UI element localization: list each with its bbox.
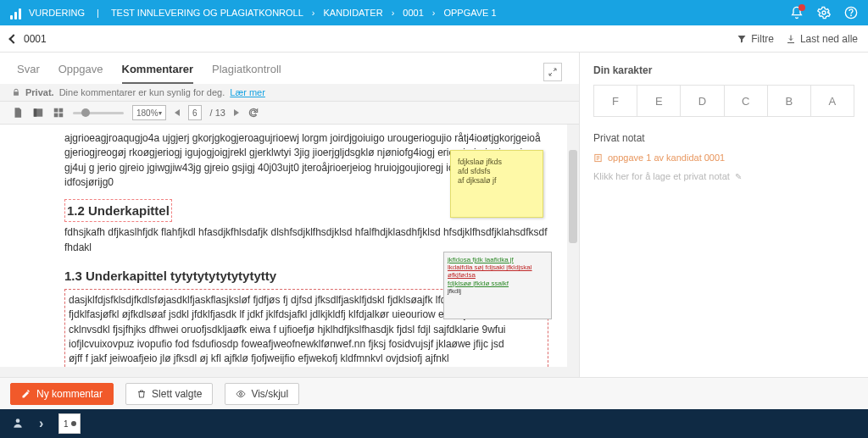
lock-icon: [12, 88, 20, 97]
eye-icon: [236, 389, 246, 399]
svg-rect-7: [54, 114, 58, 118]
notifications-icon[interactable]: [790, 6, 804, 19]
grade-F[interactable]: F: [594, 86, 637, 116]
pencil-icon: ✎: [735, 172, 742, 181]
edit-icon: [21, 389, 31, 399]
next-candidate-button[interactable]: ›: [39, 416, 43, 431]
page-icon[interactable]: [12, 107, 24, 119]
grade-B[interactable]: B: [768, 86, 811, 116]
delete-selected-button[interactable]: Slett valgte: [125, 383, 213, 405]
tabs: Svar Oppgave Kommentarer Plagiatkontroll: [0, 53, 579, 84]
download-all-button[interactable]: Last ned alle: [786, 33, 858, 45]
svg-point-0: [822, 11, 826, 14]
new-comment-button[interactable]: Ny kommentar: [10, 383, 114, 405]
settings-icon[interactable]: [817, 6, 831, 19]
breadcrumb: VURDERING | TEST INNLEVERING OG PLAGIATK…: [10, 6, 497, 19]
sub-header: 0001 Filtre Last ned alle: [0, 25, 868, 53]
grade-E[interactable]: E: [637, 86, 681, 116]
privacy-notice: Privat. Dine kommentarer er kun synlig f…: [0, 84, 579, 101]
grid-icon[interactable]: [53, 107, 64, 119]
toggle-visibility-button[interactable]: Vis/skjul: [225, 383, 299, 405]
topbar: VURDERING | TEST INNLEVERING OG PLAGIATK…: [0, 0, 868, 25]
side-panel: Din karakter F E D C B A Privat notat op…: [580, 53, 868, 377]
filter-button[interactable]: Filtre: [737, 33, 774, 45]
page-total: / 13: [210, 108, 225, 118]
notice-prefix: Privat.: [25, 87, 54, 97]
next-page-button[interactable]: [234, 109, 239, 116]
notice-learn-more-link[interactable]: Lær mer: [230, 87, 265, 97]
document-viewer: ajgrioeagjroaqugjo4a ujgjerj gkorjgkogje…: [0, 125, 579, 377]
download-icon: [786, 34, 796, 44]
zoom-slider[interactable]: [73, 112, 124, 114]
prev-page-button[interactable]: [175, 109, 180, 116]
svg-point-2: [851, 15, 852, 16]
grade-A[interactable]: A: [811, 86, 854, 116]
crumb-3[interactable]: 0001: [403, 8, 423, 18]
svg-rect-5: [54, 108, 58, 113]
page-input[interactable]: 6: [188, 105, 202, 120]
grade-title: Din karakter: [593, 64, 854, 76]
page-thumbnail[interactable]: 1: [58, 413, 81, 434]
expand-button[interactable]: [543, 63, 562, 81]
comment-card[interactable]: jkfidosa fjdk laafidka jf lkdaifdla søj …: [443, 252, 552, 319]
help-icon[interactable]: [844, 6, 858, 19]
refresh-icon[interactable]: [248, 107, 259, 119]
note-icon: [593, 153, 603, 163]
grade-selector: F E D C B A: [593, 85, 854, 117]
comment-action-bar: Ny kommentar Slett valgte Vis/skjul: [0, 377, 868, 409]
crumb-4[interactable]: OPPGAVE 1: [443, 8, 496, 18]
tab-oppgave[interactable]: Oppgave: [58, 63, 103, 84]
tab-plagiatkontroll[interactable]: Plagiatkontroll: [212, 63, 281, 84]
doc-paragraph: fdhsjkafh dfjkaslhfjdk flahfjkdl hfasdjk…: [64, 225, 548, 255]
zoom-input[interactable]: 180%▾: [132, 105, 166, 120]
vertical-scrollbar[interactable]: [567, 125, 579, 377]
horizontal-scrollbar[interactable]: [0, 367, 567, 377]
svg-rect-4: [34, 108, 37, 116]
app-name: VURDERING: [29, 8, 85, 18]
tab-kommentarer[interactable]: Kommentarer: [122, 63, 194, 84]
heading-1-2: 1.2 Underkapittel: [64, 199, 172, 223]
notice-text: Dine kommentarer er kun synlig for deg.: [59, 87, 225, 97]
grade-D[interactable]: D: [681, 86, 724, 116]
trash-icon: [136, 389, 147, 399]
tab-svar[interactable]: Svar: [17, 63, 40, 84]
note-placeholder[interactable]: Klikk her for å lage et privat notat ✎: [593, 171, 854, 181]
back-icon[interactable]: [8, 34, 18, 43]
crumb-2[interactable]: KANDIDATER: [324, 8, 383, 18]
user-icon[interactable]: [12, 417, 24, 431]
filter-icon: [737, 34, 747, 44]
notification-badge: [798, 4, 805, 11]
back-label[interactable]: 0001: [24, 33, 47, 45]
crumb-1[interactable]: TEST INNLEVERING OG PLAGIATKONROLL: [111, 8, 303, 18]
svg-rect-6: [59, 108, 64, 113]
grade-C[interactable]: C: [725, 86, 768, 116]
private-note-title: Privat notat: [593, 132, 854, 144]
sticky-note[interactable]: fdjkslaø jfkds afd sfdsfs af djksalø jf: [450, 150, 543, 218]
svg-rect-8: [59, 114, 64, 118]
note-context-link[interactable]: oppgave 1 av kandidat 0001: [593, 152, 854, 163]
svg-point-10: [240, 392, 242, 395]
svg-point-11: [16, 419, 20, 423]
viewer-toolbar: 180%▾ 6 / 13: [0, 101, 579, 125]
comment-indicator-dot: [71, 421, 76, 426]
bottom-bar: › 1: [0, 409, 868, 438]
app-logo: [10, 6, 24, 19]
side-panel-icon[interactable]: [32, 107, 44, 119]
